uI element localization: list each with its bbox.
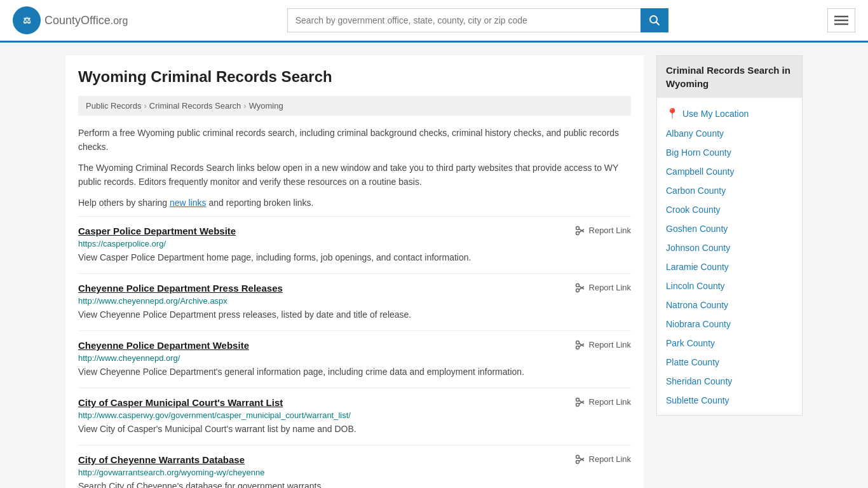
result-title-1[interactable]: Cheyenne Police Department Press Release…	[78, 283, 283, 294]
report-link-1[interactable]: Report Link	[575, 283, 631, 293]
sidebar-use-location[interactable]: 📍 Use My Location	[657, 103, 802, 124]
result-item: Casper Police Department Website Report …	[78, 216, 631, 273]
svg-line-3	[656, 22, 659, 25]
desc3-post: and reporting broken links.	[207, 198, 314, 208]
search-area	[287, 8, 668, 32]
result-url-2[interactable]: http://www.cheyennepd.org/	[78, 353, 631, 363]
svg-point-24	[576, 460, 579, 463]
scissors-icon	[575, 454, 585, 464]
hamburger-icon	[834, 15, 848, 26]
sidebar-county-0[interactable]: Albany County	[657, 124, 802, 143]
result-url-1[interactable]: http://www.cheyennepd.org/Archive.aspx	[78, 296, 631, 306]
svg-point-7	[576, 226, 579, 229]
result-title-2[interactable]: Cheyenne Police Department Website	[78, 340, 249, 351]
sidebar-county-14[interactable]: Sublette County	[657, 391, 802, 410]
sidebar-county-12[interactable]: Platte County	[657, 353, 802, 372]
result-item: City of Cheyenne Warrants Database Repor…	[78, 445, 631, 488]
result-item: Cheyenne Police Department Website Repor…	[78, 330, 631, 388]
county-link-2[interactable]: Campbell County	[666, 166, 734, 177]
svg-point-15	[576, 341, 579, 344]
search-button[interactable]	[641, 8, 668, 32]
report-link-3[interactable]: Report Link	[575, 397, 631, 407]
result-title-4[interactable]: City of Cheyenne Warrants Database	[78, 454, 245, 465]
county-link-7[interactable]: Laramie County	[666, 262, 729, 272]
breadcrumb-public-records[interactable]: Public Records	[86, 101, 141, 111]
county-link-6[interactable]: Johnson County	[666, 243, 730, 253]
breadcrumb: Public Records › Criminal Records Search…	[78, 96, 631, 116]
svg-point-19	[576, 398, 579, 401]
result-header-1: Cheyenne Police Department Press Release…	[78, 283, 631, 294]
county-link-5[interactable]: Goshen County	[666, 224, 728, 234]
result-title-0[interactable]: Casper Police Department Website	[78, 226, 236, 236]
sidebar-county-5[interactable]: Goshen County	[657, 219, 802, 238]
sidebar-county-3[interactable]: Carbon County	[657, 181, 802, 200]
results-list: Casper Police Department Website Report …	[78, 216, 631, 488]
result-item: City of Casper Municipal Court's Warrant…	[78, 388, 631, 445]
sidebar-county-10[interactable]: Niobrara County	[657, 315, 802, 334]
county-link-12[interactable]: Platte County	[666, 357, 719, 367]
result-url-4[interactable]: http://govwarrantsearch.org/wyoming-wy/c…	[78, 468, 631, 477]
svg-point-12	[576, 288, 579, 292]
logo-icon: ⚖	[13, 6, 41, 34]
main-container: Wyoming Criminal Records Search Public R…	[53, 43, 815, 488]
report-link-2[interactable]: Report Link	[575, 340, 631, 350]
county-link-11[interactable]: Park County	[666, 338, 715, 348]
logo-area: ⚖ CountyOffice.org	[13, 6, 128, 34]
result-header-2: Cheyenne Police Department Website Repor…	[78, 340, 631, 351]
result-desc-3: View City of Casper's Municipal Court's …	[78, 423, 631, 436]
new-links-link[interactable]: new links	[170, 198, 207, 208]
svg-point-8	[576, 231, 579, 234]
county-link-4[interactable]: Crook County	[666, 205, 721, 215]
result-url-0[interactable]: https://casperpolice.org/	[78, 239, 631, 248]
result-desc-4: Search City of Cheyenne's database for g…	[78, 480, 631, 488]
sidebar-county-1[interactable]: Big Horn County	[657, 143, 802, 162]
scissors-icon	[575, 226, 585, 236]
county-link-1[interactable]: Big Horn County	[666, 147, 731, 158]
svg-point-16	[576, 346, 579, 349]
result-header-0: Casper Police Department Website Report …	[78, 226, 631, 236]
use-my-location-link[interactable]: Use My Location	[682, 109, 749, 119]
sidebar-county-8[interactable]: Lincoln County	[657, 276, 802, 295]
scissors-icon	[575, 340, 585, 350]
breadcrumb-current: Wyoming	[249, 101, 283, 111]
svg-point-20	[576, 403, 579, 406]
svg-point-23	[576, 455, 579, 458]
county-link-13[interactable]: Sheridan County	[666, 376, 732, 386]
description-1: Perform a free Wyoming public criminal r…	[78, 126, 631, 154]
county-link-3[interactable]: Carbon County	[666, 186, 726, 196]
county-link-10[interactable]: Niobrara County	[666, 319, 731, 329]
search-icon	[649, 15, 660, 26]
report-link-0[interactable]: Report Link	[575, 226, 631, 236]
sidebar-county-4[interactable]: Crook County	[657, 200, 802, 219]
result-desc-0: View Casper Police Department home page,…	[78, 251, 631, 264]
result-url-3[interactable]: http://www.casperwy.gov/government/caspe…	[78, 410, 631, 420]
result-item: Cheyenne Police Department Press Release…	[78, 273, 631, 330]
result-header-4: City of Cheyenne Warrants Database Repor…	[78, 454, 631, 465]
result-header-3: City of Casper Municipal Court's Warrant…	[78, 397, 631, 408]
location-pin-icon: 📍	[666, 107, 679, 119]
sidebar: Criminal Records Search in Wyoming 📍 Use…	[656, 55, 803, 488]
county-link-0[interactable]: Albany County	[666, 128, 724, 139]
sidebar-county-13[interactable]: Sheridan County	[657, 372, 802, 391]
sidebar-county-11[interactable]: Park County	[657, 334, 802, 353]
county-list: Albany CountyBig Horn CountyCampbell Cou…	[657, 124, 802, 410]
header: ⚖ CountyOffice.org	[0, 0, 868, 43]
county-link-14[interactable]: Sublette County	[666, 395, 729, 405]
sidebar-county-6[interactable]: Johnson County	[657, 238, 802, 257]
result-title-3[interactable]: City of Casper Municipal Court's Warrant…	[78, 397, 283, 408]
menu-button[interactable]	[827, 8, 855, 32]
desc3-pre: Help others by sharing	[78, 198, 170, 208]
svg-point-11	[576, 283, 579, 287]
description-3: Help others by sharing new links and rep…	[78, 196, 631, 210]
breadcrumb-criminal-records[interactable]: Criminal Records Search	[149, 101, 241, 111]
description-2: The Wyoming Criminal Records Search link…	[78, 161, 631, 189]
report-link-4[interactable]: Report Link	[575, 454, 631, 464]
county-link-9[interactable]: Natrona County	[666, 300, 728, 310]
sidebar-county-7[interactable]: Laramie County	[657, 257, 802, 276]
sidebar-county-2[interactable]: Campbell County	[657, 162, 802, 181]
sidebar-county-9[interactable]: Natrona County	[657, 295, 802, 315]
search-input[interactable]	[287, 8, 641, 32]
county-link-8[interactable]: Lincoln County	[666, 281, 725, 291]
logo-text: CountyOffice.org	[44, 14, 128, 27]
scissors-icon	[575, 283, 585, 293]
